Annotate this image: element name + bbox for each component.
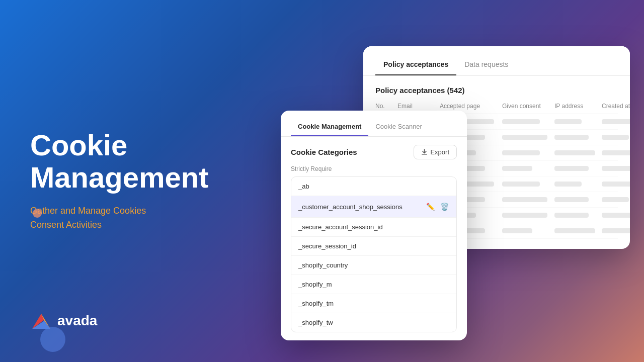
skeleton-cell xyxy=(554,119,582,124)
skeleton-cell xyxy=(502,135,547,140)
policy-count-title: Policy acceptances (542) xyxy=(375,86,618,95)
cookie-categories-title: Cookie Categories xyxy=(291,148,357,156)
col-email: Email xyxy=(397,103,438,110)
list-item[interactable]: _shopify_country xyxy=(291,256,456,275)
skeleton-cell xyxy=(554,182,582,187)
col-accepted-page: Accepted page xyxy=(440,103,500,110)
col-ip-address: IP address xyxy=(554,103,600,110)
cookie-list: _ab _customer_account_shop_sessions ✏️ 🗑… xyxy=(291,176,457,332)
export-button[interactable]: Export xyxy=(414,145,457,159)
tab-data-requests[interactable]: Data requests xyxy=(456,56,516,75)
tab-policy-acceptances[interactable]: Policy acceptances xyxy=(375,56,456,75)
delete-icon[interactable]: 🗑️ xyxy=(439,202,449,212)
skeleton-cell xyxy=(602,182,630,187)
tab-cookie-scanner[interactable]: Cookie Scanner xyxy=(368,119,429,136)
cookie-tabs: Cookie Management Cookie Scanner xyxy=(281,111,467,137)
skeleton-cell xyxy=(502,182,540,187)
list-item[interactable]: _secure_session_id xyxy=(291,237,456,256)
skeleton-cell xyxy=(554,213,589,218)
cookie-name: _shopify_tw xyxy=(298,319,333,326)
list-item[interactable]: _customer_account_shop_sessions ✏️ 🗑️ xyxy=(291,196,456,218)
skeleton-cell xyxy=(602,135,629,140)
skeleton-cell xyxy=(554,150,595,155)
cookie-window: Cookie Management Cookie Scanner Cookie … xyxy=(281,111,467,340)
cookie-name: _shopify_tm xyxy=(298,300,334,307)
subtitle: Gather and Manage Cookies Consent Activi… xyxy=(30,204,209,233)
cookie-name: _shopify_m xyxy=(298,281,332,288)
skeleton-cell xyxy=(602,197,629,202)
skeleton-cell xyxy=(502,213,547,218)
tab-cookie-management[interactable]: Cookie Management xyxy=(291,119,368,136)
col-no: No. xyxy=(375,103,395,110)
skeleton-cell xyxy=(502,150,540,155)
edit-icon[interactable]: ✏️ xyxy=(425,202,435,212)
skeleton-cell xyxy=(554,135,589,140)
decorative-circle-small xyxy=(33,209,42,218)
skeleton-cell xyxy=(602,119,630,124)
list-item[interactable]: _shopify_m xyxy=(291,275,456,294)
cookie-name: _ab xyxy=(298,183,309,190)
export-icon xyxy=(421,149,428,155)
cookie-body: Cookie Categories Export Strictly Requir… xyxy=(281,137,467,340)
cookie-name: _shopify_country xyxy=(298,261,348,269)
col-given-consent: Given consent xyxy=(502,103,552,110)
logo-text: avada xyxy=(57,313,97,329)
skeleton-cell xyxy=(602,150,630,155)
cookie-header-row: Cookie Categories Export xyxy=(291,145,457,159)
skeleton-cell xyxy=(554,197,589,202)
main-title: Cookie Management xyxy=(30,129,209,194)
cookie-name: _customer_account_shop_sessions xyxy=(298,203,403,211)
list-item[interactable]: _shopify_tm xyxy=(291,294,456,313)
skeleton-cell xyxy=(602,228,630,233)
logo-area: avada xyxy=(30,310,97,332)
left-hero: Cookie Management Gather and Manage Cook… xyxy=(30,129,209,232)
skeleton-cell xyxy=(602,213,630,218)
skeleton-cell xyxy=(602,166,630,171)
policy-tabs: Policy acceptances Data requests xyxy=(363,46,630,76)
list-item[interactable]: _secure_account_session_id xyxy=(291,218,456,237)
col-created-at: Created at xyxy=(602,103,630,110)
skeleton-cell xyxy=(502,119,540,124)
list-item[interactable]: _ab xyxy=(291,177,456,196)
svg-rect-3 xyxy=(422,154,427,155)
cookie-item-actions: ✏️ 🗑️ xyxy=(425,202,449,212)
strictly-require-label: Strictly Require xyxy=(291,165,457,172)
skeleton-cell xyxy=(554,166,589,171)
skeleton-cell xyxy=(502,228,532,233)
cookie-name: _secure_account_session_id xyxy=(298,223,383,231)
skeleton-cell xyxy=(554,228,595,233)
avada-logo-icon xyxy=(30,310,52,332)
cookie-name: _secure_session_id xyxy=(298,242,356,250)
skeleton-cell xyxy=(502,197,547,202)
list-item[interactable]: _shopify_tw xyxy=(291,313,456,332)
skeleton-cell xyxy=(502,166,532,171)
